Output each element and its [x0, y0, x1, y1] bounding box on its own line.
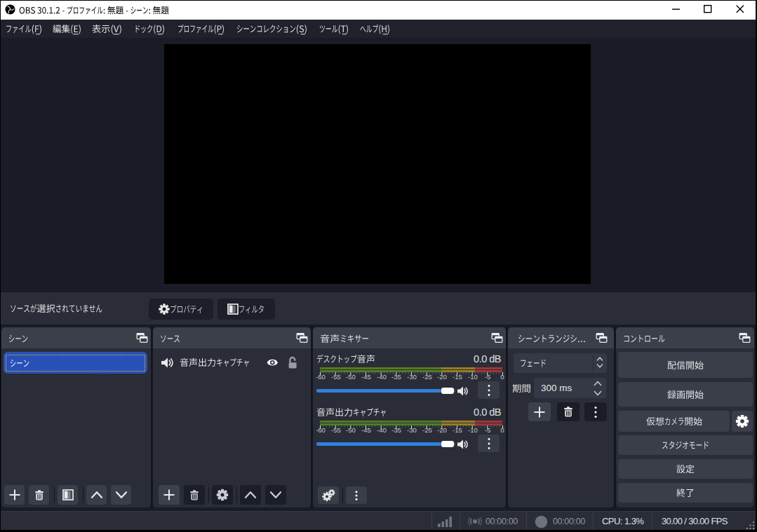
svg-text:0: 0 — [500, 374, 504, 381]
svg-text:-35: -35 — [391, 374, 401, 381]
svg-text:-5: -5 — [485, 428, 491, 434]
svg-text:-45: -45 — [361, 374, 371, 381]
svg-text:-15: -15 — [453, 374, 462, 381]
svg-text:-60: -60 — [316, 374, 326, 381]
svg-text:-25: -25 — [422, 374, 432, 381]
svg-text:-30: -30 — [407, 374, 417, 381]
svg-text:-20: -20 — [437, 374, 447, 381]
svg-text:-15: -15 — [453, 428, 462, 434]
svg-text:0: 0 — [500, 428, 504, 434]
svg-text:-55: -55 — [331, 428, 341, 434]
svg-text:-30: -30 — [407, 428, 417, 434]
svg-text:-20: -20 — [437, 428, 447, 434]
svg-text:-10: -10 — [468, 374, 478, 381]
svg-text:-50: -50 — [346, 428, 356, 434]
svg-text:-10: -10 — [468, 428, 478, 434]
svg-text:-60: -60 — [316, 428, 326, 434]
svg-text:-55: -55 — [331, 374, 341, 381]
svg-text:-5: -5 — [485, 374, 491, 381]
svg-text:-50: -50 — [346, 374, 356, 381]
svg-text:-45: -45 — [361, 428, 371, 434]
svg-text:-25: -25 — [422, 428, 432, 434]
svg-text:-40: -40 — [377, 428, 387, 434]
svg-text:-40: -40 — [377, 374, 387, 381]
svg-text:-35: -35 — [391, 428, 401, 434]
